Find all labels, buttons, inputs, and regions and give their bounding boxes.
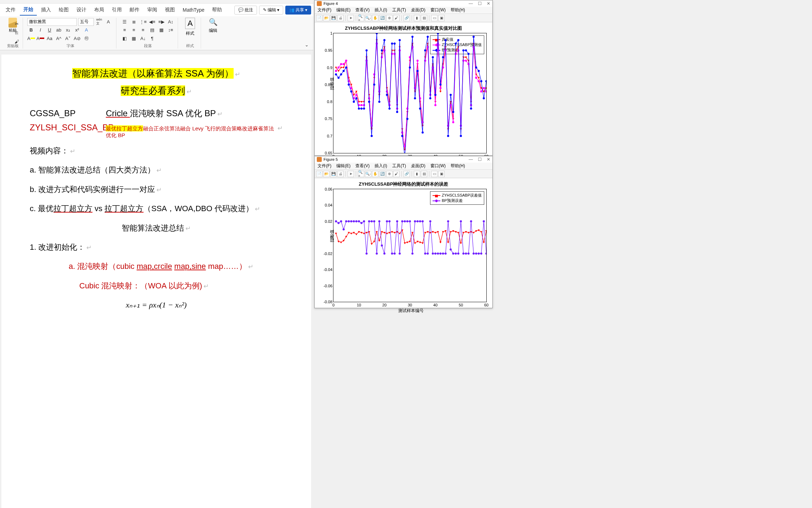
styles-button[interactable]: A样式 <box>182 18 198 36</box>
underline-icon[interactable]: U <box>46 26 53 34</box>
figure5-axes[interactable]: 指标值 ZYHSCLSSABP误差值 BP预测误差 -0.08-0.06-0.0… <box>333 189 487 302</box>
colorbar-icon[interactable]: ▮ <box>414 15 420 21</box>
text-effect-icon[interactable]: A <box>82 26 90 34</box>
brush-icon[interactable]: 🖌 <box>393 171 400 177</box>
rotate-icon[interactable]: 🔄 <box>379 171 385 177</box>
format-painter-icon[interactable]: 🖌 <box>13 38 21 45</box>
tab-layout[interactable]: 布局 <box>91 5 108 15</box>
menu-tools[interactable]: 工具(T) <box>392 163 406 169</box>
new-figure-icon[interactable]: 📄 <box>316 171 322 177</box>
menu-file[interactable]: 文件(F) <box>318 7 331 13</box>
menu-help[interactable]: 帮助(H) <box>451 163 465 169</box>
menu-insert[interactable]: 插入(I) <box>374 163 387 169</box>
link-icon[interactable]: 🔗 <box>404 171 410 177</box>
change-case-icon[interactable]: Aa <box>46 34 53 42</box>
close-icon[interactable]: ✕ <box>487 157 490 162</box>
menu-tools[interactable]: 工具(T) <box>392 7 406 13</box>
maximize-icon[interactable]: ☐ <box>478 1 482 6</box>
document-page[interactable]: 智能算法改进（以麻雀算法 SSA 为例）↵ 研究生必看系列↵ CGSSA_BPC… <box>1 55 311 508</box>
highlight-icon[interactable]: A <box>27 34 35 42</box>
show-marks-icon[interactable]: ¶ <box>148 34 156 42</box>
maximize-icon[interactable]: ☐ <box>478 157 482 162</box>
sort-icon[interactable]: A↓ <box>139 34 147 42</box>
italic-icon[interactable]: I <box>36 26 44 34</box>
tab-help[interactable]: 帮助 <box>208 5 225 15</box>
shrink-font-icon[interactable]: A˅ <box>64 34 72 42</box>
align-center-icon[interactable]: ≡ <box>130 26 138 34</box>
tab-mathtype[interactable]: MathType <box>179 5 208 15</box>
show-tools-icon[interactable]: ▣ <box>438 15 445 21</box>
cut-icon[interactable]: ✂ <box>13 20 21 28</box>
menu-window[interactable]: 窗口(W) <box>430 7 446 13</box>
copy-icon[interactable]: ⎘ <box>13 29 21 36</box>
zoom-in-icon[interactable]: 🔍+ <box>358 15 364 21</box>
justify-icon[interactable]: ▤ <box>148 26 156 34</box>
hide-tools-icon[interactable]: ▭ <box>431 15 438 21</box>
borders-icon[interactable]: ▦ <box>130 34 138 42</box>
menu-view[interactable]: 查看(V) <box>355 7 370 13</box>
pointer-icon[interactable]: ➤ <box>348 15 354 21</box>
superscript-icon[interactable]: x² <box>73 26 81 34</box>
open-icon[interactable]: 📂 <box>323 15 330 21</box>
collapse-ribbon-icon[interactable]: ⌄ <box>303 41 310 49</box>
increase-indent-icon[interactable]: ≡▶ <box>158 18 165 26</box>
menu-window[interactable]: 窗口(W) <box>430 163 446 169</box>
tab-references[interactable]: 引用 <box>108 5 125 15</box>
tab-design[interactable]: 设计 <box>73 5 90 15</box>
tab-mail[interactable]: 邮件 <box>126 5 143 15</box>
brush-icon[interactable]: 🖌 <box>393 15 400 21</box>
figure4-axes[interactable]: 指标值 真实值 ZYHSCLSSABP预测值 BP预测值 0.650.70.75… <box>333 33 487 153</box>
font-name-select[interactable] <box>27 18 77 26</box>
pan-icon[interactable]: ✋ <box>372 171 378 177</box>
distribute-icon[interactable]: ▦ <box>158 26 165 34</box>
font-size-select[interactable] <box>78 18 94 26</box>
border-char-icon[interactable]: A <box>104 18 112 26</box>
multilevel-icon[interactable]: ⋮≡ <box>139 18 147 26</box>
menu-view[interactable]: 查看(V) <box>355 163 370 169</box>
zoom-out-icon[interactable]: 🔍- <box>365 15 371 21</box>
decrease-indent-icon[interactable]: ◀≡ <box>148 18 156 26</box>
legend-icon[interactable]: ▤ <box>421 171 427 177</box>
rotate-icon[interactable]: 🔄 <box>379 15 385 21</box>
figure4-titlebar[interactable]: Figure 4 —☐✕ <box>315 0 492 7</box>
print-icon[interactable]: 🖨 <box>337 171 344 177</box>
menu-desktop[interactable]: 桌面(D) <box>411 7 425 13</box>
edit-group-button[interactable]: 🔍编辑 <box>205 18 221 34</box>
pan-icon[interactable]: ✋ <box>372 15 378 21</box>
document-area[interactable]: 智能算法改进（以麻雀算法 SSA 为例）↵ 研究生必看系列↵ CGSSA_BPC… <box>0 50 313 508</box>
save-icon[interactable]: 💾 <box>330 15 337 21</box>
colorbar-icon[interactable]: ▮ <box>414 171 420 177</box>
grow-font-icon[interactable]: A^ <box>55 34 63 42</box>
enclosed-char-icon[interactable]: ㊕ <box>82 34 90 42</box>
edit-button[interactable]: ✎ 编辑 ▾ <box>259 6 283 15</box>
font-color-icon[interactable]: A <box>36 34 44 42</box>
tab-draw[interactable]: 绘图 <box>55 5 72 15</box>
zoom-in-icon[interactable]: 🔍+ <box>358 171 364 177</box>
save-icon[interactable]: 💾 <box>330 171 337 177</box>
menu-help[interactable]: 帮助(H) <box>451 7 465 13</box>
text-direction-icon[interactable]: A↕ <box>167 18 175 26</box>
bullets-icon[interactable]: ☰ <box>121 18 128 26</box>
subscript-icon[interactable]: x₂ <box>64 26 72 34</box>
align-left-icon[interactable]: ≡ <box>121 26 128 34</box>
minimize-icon[interactable]: — <box>469 1 473 6</box>
comments-button[interactable]: 💬 批注 <box>234 6 257 15</box>
menu-insert[interactable]: 插入(I) <box>374 7 387 13</box>
tab-review[interactable]: 审阅 <box>144 5 161 15</box>
menu-desktop[interactable]: 桌面(D) <box>411 163 425 169</box>
minimize-icon[interactable]: — <box>469 157 473 162</box>
open-icon[interactable]: 📂 <box>323 171 330 177</box>
tab-view[interactable]: 视图 <box>161 5 178 15</box>
data-cursor-icon[interactable]: ⊕ <box>386 15 393 21</box>
strike-icon[interactable]: ab <box>55 26 63 34</box>
menu-edit[interactable]: 编辑(E) <box>336 7 350 13</box>
show-tools-icon[interactable]: ▣ <box>438 171 445 177</box>
shading-icon[interactable]: ◧ <box>121 34 128 42</box>
legend-icon[interactable]: ▤ <box>421 15 427 21</box>
share-button[interactable]: 👥 共享 ▾ <box>285 6 311 15</box>
align-right-icon[interactable]: ≡ <box>139 26 147 34</box>
tab-home[interactable]: 开始 <box>20 4 37 16</box>
menu-file[interactable]: 文件(F) <box>318 163 331 169</box>
pointer-icon[interactable]: ➤ <box>348 171 354 177</box>
new-figure-icon[interactable]: 📄 <box>316 15 322 21</box>
